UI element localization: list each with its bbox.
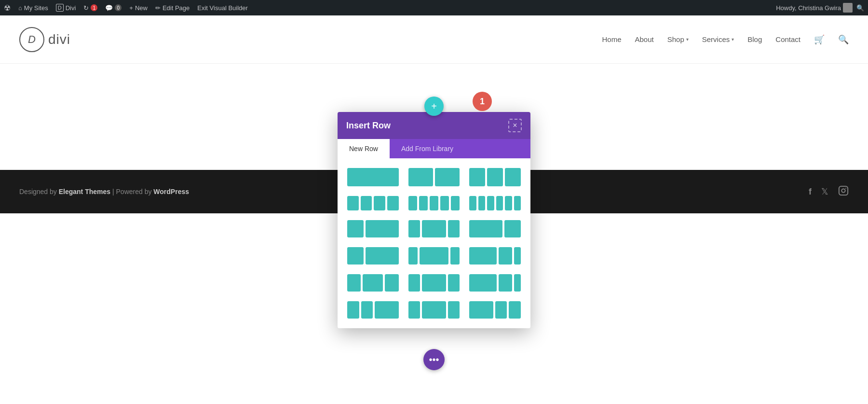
edit-page-btn[interactable]: ✏ Edit Page xyxy=(155,4,190,12)
search-icon: 🔍 xyxy=(856,4,864,12)
modal-header: Insert Row × xyxy=(338,112,530,139)
site-nav: Home About Shop ▾ Services ▾ Blog Contac… xyxy=(602,34,849,45)
site-name: divi xyxy=(48,32,70,47)
svg-point-2 xyxy=(845,188,846,189)
modal-title: Insert Row xyxy=(346,121,391,131)
layout-4col[interactable] xyxy=(345,194,401,212)
comments-menu[interactable]: 💬 0 xyxy=(105,4,122,12)
svg-point-1 xyxy=(841,189,845,192)
facebook-icon[interactable]: f xyxy=(809,187,812,197)
admin-bar: ☢ ⌂ My Sites D Divi ↻ 1 💬 0 + New ✏ Edit… xyxy=(0,0,868,15)
svg-rect-0 xyxy=(839,186,848,195)
wp-logo[interactable]: ☢ xyxy=(4,3,11,13)
new-icon: + xyxy=(129,4,133,12)
nav-contact[interactable]: Contact xyxy=(775,35,800,43)
insert-row-modal: Insert Row × New Row Add From Library xyxy=(338,112,530,213)
services-chevron-icon: ▾ xyxy=(732,37,734,42)
layout-grid xyxy=(345,166,523,213)
divi-menu[interactable]: D Divi xyxy=(56,4,76,12)
my-sites-menu[interactable]: ⌂ My Sites xyxy=(18,4,48,12)
site-header: D divi Home About Shop ▾ Services ▾ Blog… xyxy=(0,15,868,64)
layout-1col[interactable] xyxy=(345,166,401,188)
exit-builder-btn[interactable]: Exit Visual Builder xyxy=(197,4,248,12)
nav-home[interactable]: Home xyxy=(602,35,621,43)
my-sites-icon: ⌂ xyxy=(18,4,22,12)
wp-icon: ☢ xyxy=(4,3,11,13)
instagram-icon[interactable] xyxy=(838,185,849,198)
logo-circle: D xyxy=(19,27,44,52)
elegant-themes-link[interactable]: Elegant Themes xyxy=(59,188,110,195)
modal-body xyxy=(338,158,530,213)
new-content-menu[interactable]: + New xyxy=(129,4,148,12)
site-logo[interactable]: D divi xyxy=(19,27,70,52)
updates-icon: ↻ xyxy=(83,4,89,12)
cart-icon[interactable]: 🛒 xyxy=(814,34,825,45)
add-row-icon: + xyxy=(431,101,437,112)
howdy-user[interactable]: Howdy, Christina Gwira xyxy=(776,3,853,13)
tab-add-from-library[interactable]: Add From Library xyxy=(390,139,465,158)
wordpress-link[interactable]: WordPress xyxy=(153,188,189,195)
footer-socials: f 𝕏 xyxy=(809,185,849,198)
updates-menu[interactable]: ↻ 1 xyxy=(83,4,97,12)
modal-tabs: New Row Add From Library xyxy=(338,139,530,158)
layout-5col[interactable] xyxy=(407,194,462,212)
layout-3col-equal[interactable] xyxy=(467,166,523,188)
shop-chevron-icon: ▾ xyxy=(686,37,689,42)
user-avatar xyxy=(843,3,853,13)
layout-2col-equal[interactable] xyxy=(407,166,462,188)
tab-new-row[interactable]: New Row xyxy=(338,139,390,158)
nav-blog[interactable]: Blog xyxy=(747,35,762,43)
nav-shop[interactable]: Shop ▾ xyxy=(667,35,689,43)
edit-icon: ✏ xyxy=(155,4,161,12)
divi-icon: D xyxy=(56,4,64,12)
updates-badge: 1 xyxy=(91,4,97,11)
modal-close-button[interactable]: × xyxy=(508,119,522,132)
nav-search-icon[interactable]: 🔍 xyxy=(838,34,849,45)
nav-services[interactable]: Services ▾ xyxy=(702,35,734,43)
footer-credit: Designed by Elegant Themes | Powered by … xyxy=(19,188,189,195)
search-admin[interactable]: 🔍 xyxy=(856,4,864,12)
comments-badge: 0 xyxy=(115,4,122,11)
nav-about[interactable]: About xyxy=(635,35,653,43)
comments-icon: 💬 xyxy=(105,4,113,12)
add-row-button[interactable]: + xyxy=(424,97,444,116)
layout-6col[interactable] xyxy=(467,194,523,212)
twitter-icon[interactable]: 𝕏 xyxy=(821,186,828,197)
